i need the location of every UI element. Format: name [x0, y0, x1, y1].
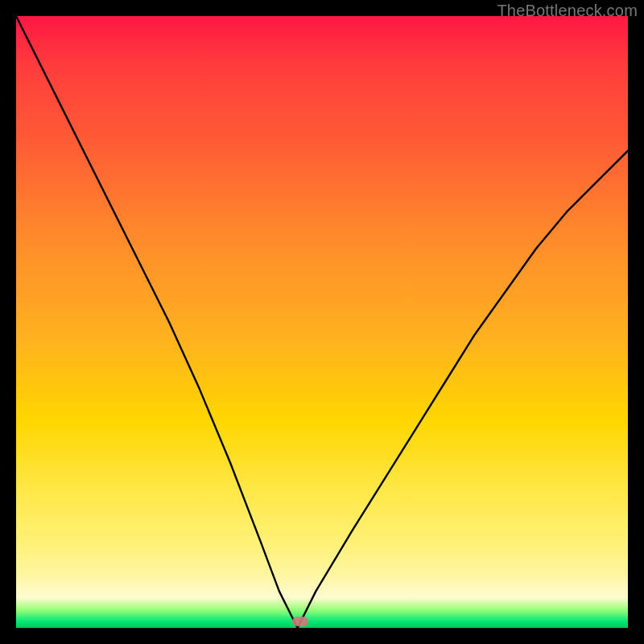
watermark-text: TheBottleneck.com: [497, 2, 638, 20]
bottleneck-curve: [16, 16, 628, 628]
plot-area: [16, 16, 628, 628]
optimal-point-marker: [292, 617, 308, 626]
chart-frame: TheBottleneck.com: [0, 0, 644, 644]
